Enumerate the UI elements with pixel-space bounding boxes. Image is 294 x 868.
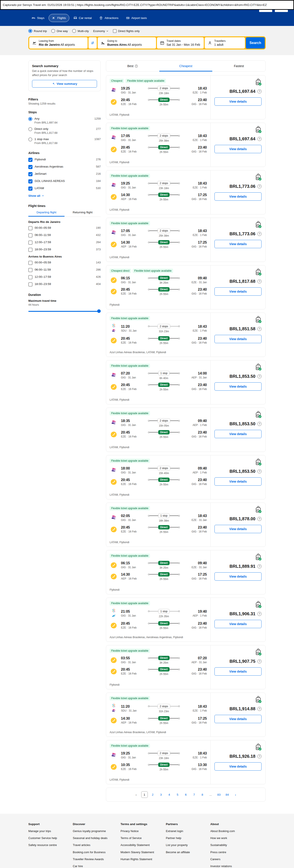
direct-flights-only-checkbox[interactable]: Direct flights only [113,29,140,33]
view-details-button[interactable]: View details [214,97,262,106]
footer-link[interactable]: Car hire [73,864,109,868]
view-details-button[interactable]: View details [214,430,262,438]
airline-filter-latam[interactable]: LATAM530 [28,186,101,191]
footer-link[interactable]: How we work [210,836,246,840]
time-slot-18-00-23-59[interactable]: 18:00–23:59404 [28,282,101,286]
airline-filter-jetsmart[interactable]: JetSmart216 [28,172,101,176]
pagination-page-6[interactable]: 6 [183,791,189,798]
time-slot-00-00-05-59[interactable]: 00:00–05:59143 [28,261,101,265]
footer-link[interactable]: Privacy Notice [120,829,154,833]
price-info-icon[interactable]: ? [257,517,262,521]
leaving-from-field[interactable]: Leaving from Rio de Janeiro All airports [29,37,88,49]
view-details-button[interactable]: View details [214,240,262,248]
price-info-icon[interactable]: ? [257,564,262,568]
trip-type-multi-city[interactable]: Multi-city [72,29,89,33]
time-slot-06-00-11-59[interactable]: 06:00–11:59286 [28,268,101,272]
pagination-page-1[interactable]: 1 [141,791,148,798]
duration-slider[interactable] [28,309,101,313]
footer-link[interactable]: Partner help [166,836,199,840]
view-details-button[interactable]: View details [214,525,262,533]
view-details-button[interactable]: View details [214,382,262,391]
footer-link[interactable]: Become an affiliate [166,850,199,854]
time-slot-18-00-23-59[interactable]: 18:00–23:59373 [28,248,101,252]
footer-link[interactable]: Manage your trips [28,829,61,833]
footer-link[interactable]: Extranet login [166,829,199,833]
trip-type-round-trip[interactable]: Round trip [28,29,47,33]
footer-link[interactable]: Accessibility Statement [120,843,154,847]
time-slot-12-00-17-59[interactable]: 12:00–17:59426 [28,275,101,279]
view-details-button[interactable]: View details [214,477,262,486]
nav-pill-attractions[interactable]: Attractions [96,14,122,22]
stops-option-1-stop-max[interactable]: 1 stop maxFrom BRL1,817.681087 [28,137,101,145]
view-details-button[interactable]: View details [214,572,262,581]
footer-link[interactable]: Careers [210,857,246,861]
show-all-airlines-link[interactable]: Show all [28,194,44,197]
footer-link[interactable]: Modern Slavery Statement [120,850,154,854]
view-details-button[interactable]: View details [214,715,262,723]
stops-option-direct-only[interactable]: Direct onlyFrom BRL1,817.68277 [28,127,101,134]
nav-pill-stays[interactable]: Stays [28,14,48,22]
time-slot-00-00-05-59[interactable]: 00:00–05:59190 [28,226,101,230]
sort-tab-best[interactable]: Best [106,61,159,71]
view-details-button[interactable]: View details [214,762,262,771]
nav-pill-flights[interactable]: Flights [49,14,69,22]
cabin-class-select[interactable]: Economy [93,29,109,33]
airline-filter-gol-linhas-aereas[interactable]: GOL LINHAS AEREAS184 [28,179,101,183]
footer-link[interactable]: List your property [166,843,199,847]
price-info-icon[interactable]: ? [257,707,262,711]
sort-tab-cheapest[interactable]: Cheapest [159,61,212,71]
duration-slider-handle[interactable] [97,309,101,313]
price-info-icon[interactable]: ? [257,754,262,758]
pagination-next[interactable]: › [232,791,239,798]
pagination-prev[interactable]: ‹ [133,791,140,798]
tab-returning-flight[interactable]: Returning flight [64,209,101,217]
price-info-icon[interactable]: ? [257,612,262,616]
footer-link[interactable]: Terms of Service [120,836,154,840]
price-info-icon[interactable]: ? [257,327,262,331]
view-details-button[interactable]: View details [214,145,262,153]
footer-link[interactable]: Seasonal and holiday deals [73,836,109,840]
swap-airports-button[interactable] [88,37,97,49]
price-info-icon[interactable]: ? [257,89,262,93]
sort-tab-fastest[interactable]: Fastest [212,61,265,71]
footer-link[interactable]: Traveller Review Awards [73,857,109,861]
price-info-icon[interactable]: ? [257,184,262,188]
header-mini-box[interactable] [275,10,288,12]
view-details-button[interactable]: View details [214,620,262,628]
price-info-icon[interactable]: ? [257,137,262,141]
stops-option-any[interactable]: AnyFrom BRL1,697.641259 [28,117,101,124]
footer-link[interactable]: Sustainability [210,843,246,847]
airline-filter-flybondi[interactable]: Flybondi276 [28,158,101,162]
tab-departing-flight[interactable]: Departing flight [28,209,64,217]
price-info-icon[interactable]: ? [257,279,262,283]
travellers-field[interactable]: Travellers 1 adult [205,37,245,49]
view-details-button[interactable]: View details [214,287,262,296]
pagination-page-7[interactable]: 7 [191,791,198,798]
search-button[interactable]: Search [246,37,265,49]
time-slot-06-00-11-59[interactable]: 06:00–11:59432 [28,233,101,238]
footer-link[interactable]: Booking.com for Business [73,850,109,854]
footer-link[interactable]: Safety resource centre [28,843,61,847]
pagination-page-2[interactable]: 2 [149,791,156,798]
footer-link[interactable]: Investor relations [210,864,246,868]
airline-filter-aerolineas-argentinas[interactable]: Aerolineas Argentinas587 [28,165,101,169]
pagination-page-4[interactable]: 4 [166,791,173,798]
view-details-button[interactable]: View details [214,192,262,201]
header-mini-box[interactable] [259,10,272,12]
nav-pill-car-rental[interactable]: Car rental [70,14,95,22]
time-slot-12-00-17-59[interactable]: 12:00–17:59264 [28,241,101,245]
price-info-icon[interactable]: ? [257,659,262,663]
nav-pill-airport-taxis[interactable]: TAXIAirport taxis [123,14,150,22]
footer-link[interactable]: About Booking.com [210,829,246,833]
price-info-icon[interactable]: ? [257,232,262,236]
footer-link[interactable]: Genius loyalty programme [73,829,109,833]
price-info-icon[interactable]: ? [257,422,262,426]
pagination-page-3[interactable]: 3 [158,791,164,798]
footer-link[interactable]: Press centre [210,850,246,854]
view-details-button[interactable]: View details [214,335,262,343]
travel-dates-field[interactable]: Travel dates Sat 31 Jan - Mon 16 Feb [157,37,204,49]
going-to-field[interactable]: Going to Buenos Aires All airports [98,37,156,49]
view-details-button[interactable]: View details [214,667,262,676]
footer-link[interactable]: Human Rights Statement [120,857,154,861]
pagination-page-8[interactable]: 8 [199,791,206,798]
